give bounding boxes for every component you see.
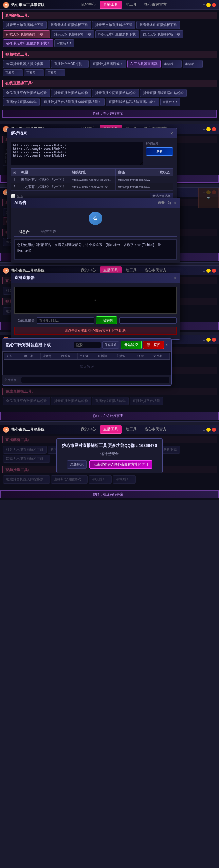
title-bar-controls-4: ≡ bbox=[203, 269, 216, 273]
btn-review-6[interactable]: 审核后！！ bbox=[45, 69, 65, 76]
stream-alt-input[interactable] bbox=[119, 317, 177, 324]
btn-xg-download[interactable]: 西瓜无水印直播解析下载 bbox=[140, 30, 183, 38]
btn-dy-download-2[interactable]: 抖音无水印直播解析下载 bbox=[48, 21, 91, 29]
ai-dialog-close[interactable]: × bbox=[174, 200, 177, 206]
btn-stop-monitor[interactable]: 停止监控 bbox=[143, 341, 164, 349]
close-button-6[interactable] bbox=[212, 428, 216, 432]
btn-review-7[interactable]: 审核后！！ bbox=[160, 98, 180, 106]
minimize-button[interactable] bbox=[206, 3, 211, 7]
btn-live-replay[interactable]: 直播带货回播游戏！ bbox=[90, 60, 126, 68]
btn-uninstall[interactable]: 卸载无水印直播解析下载！ bbox=[3, 30, 50, 38]
modal-stream: 直播直播器 × ■ 当前直播器 一键转到 请点击此处指助热心市民官方社区功助助! bbox=[11, 273, 208, 340]
btn-quanmin-fans[interactable]: 全民直播平台数据粘贴粉数 bbox=[3, 89, 50, 97]
btn-one-click[interactable]: 一键转到 bbox=[96, 316, 117, 324]
btn-live-reward[interactable]: 直播带货MOD打赏！ bbox=[51, 60, 89, 68]
dm-col-room: 直播间 bbox=[96, 353, 114, 359]
menu-icon-4[interactable]: ≡ bbox=[203, 269, 205, 273]
nav-other-tools[interactable]: 地工具 bbox=[122, 1, 140, 9]
th-id: id bbox=[11, 169, 19, 176]
close-button-4[interactable] bbox=[212, 269, 216, 273]
download-dialog-close[interactable]: × bbox=[165, 342, 168, 348]
dm-col-username: 用户名 bbox=[22, 353, 41, 359]
td-link-1: https://v.douyin.com/iAkdoY5/c... bbox=[70, 176, 115, 183]
close-button-2[interactable] bbox=[212, 127, 216, 131]
btn-dt-download-1[interactable]: 抖头无水印直播解析下载 bbox=[51, 30, 94, 38]
main-content-4: 直播解析工具: 抖音无水印直播解析下载 抖音无水印直播解析下载 抖音无水印直播解… bbox=[0, 275, 219, 321]
btn-live-trad[interactable]: 直播传统直播功能集 bbox=[3, 98, 40, 106]
section-live-download: 直播解析工具: 抖音无水印直播解析下载 抖音无水印直播解析下载 抖音无水印直播解… bbox=[2, 12, 217, 48]
btn-download-config[interactable]: 保存设置 bbox=[102, 341, 119, 349]
btn-alert-community[interactable]: 点击此处进入热心市民官方社区访问 bbox=[89, 460, 152, 469]
dm-col-id: 序号 bbox=[4, 353, 22, 359]
nav-live-tools[interactable]: 直播工具 bbox=[100, 1, 122, 9]
stream-dialog-close[interactable]: × bbox=[174, 275, 177, 281]
btn-dy-download-3[interactable]: 抖音无水印直播解析下载 bbox=[92, 21, 135, 29]
app-title: 热心市民工具箱装版 bbox=[11, 2, 45, 7]
ai-dialog: AI给告 通道告知 × ☯ 消息合并 语言召唤 您把使用的消耗配置 bbox=[11, 198, 180, 263]
btn-review-2[interactable]: 审核后！！ bbox=[162, 60, 182, 68]
minimize-button-4[interactable] bbox=[206, 269, 211, 273]
app-window-1: ★ 热心市民工具箱装版 我的中心 直播工具 地工具 热心市民官方 ≡ 直播解析工… bbox=[0, 0, 219, 121]
parse-input-area: https://v.douyin.com/iAkdoY5/ https://v.… bbox=[11, 142, 173, 165]
menu-icon[interactable]: ≡ bbox=[203, 3, 205, 7]
ai-tabs: 消息合并 语言召唤 bbox=[14, 228, 177, 237]
tab-language[interactable]: 语言召唤 bbox=[37, 228, 60, 236]
section-title-ops: 在线直播操工具: bbox=[2, 80, 217, 87]
main-content-2: 直播解析工具: 抖音无水印直播解析下载https://v.douyin.com/… bbox=[0, 134, 219, 173]
parse-hint: 解析结果 bbox=[146, 142, 173, 146]
th-direct: 直链 bbox=[115, 169, 154, 176]
minimize-button-6[interactable] bbox=[206, 428, 211, 432]
btn-dy-space[interactable]: 抖音直播空间数据粘贴粉粉 bbox=[92, 89, 139, 97]
section-title-live: 直播解析工具: bbox=[2, 12, 217, 19]
section-live-ops: 在线直播操工具: 全民直播平台数据粘贴粉数 抖音直播数据粘贴粉粉 抖音直播空间数… bbox=[2, 80, 217, 107]
close-button[interactable] bbox=[212, 3, 216, 7]
btn-review-3[interactable]: 审核后！！ bbox=[183, 60, 203, 68]
nav-my-center[interactable]: 我的中心 bbox=[77, 1, 99, 9]
btn-live-cargo[interactable]: 直播带货平台功能直播功能直播功能！ bbox=[41, 98, 105, 106]
main-content-1: 直播解析工具: 抖音无水印直播解析下载 抖音无水印直播解析下载 抖音无水印直播解… bbox=[0, 10, 219, 121]
btn-dy-download-1[interactable]: 抖音无水印直播解析下载 bbox=[3, 21, 47, 29]
parse-dialog-close[interactable]: × bbox=[170, 131, 173, 136]
btn-start-monitor[interactable]: 开始监控 bbox=[121, 341, 142, 349]
dm-path-label: 文件路径： bbox=[4, 378, 20, 382]
ai-subtitle: 通道告知 bbox=[158, 201, 171, 205]
btn-dy-fans[interactable]: 抖音直播数据粘贴粉粉 bbox=[51, 89, 91, 97]
td-id-1: 1 bbox=[11, 176, 19, 183]
parse-dialog-header: 解析结果 × bbox=[7, 128, 177, 138]
nav-other-tools-6[interactable]: 地工具 bbox=[122, 425, 140, 434]
nav-community-6[interactable]: 热心市民官方 bbox=[141, 425, 170, 434]
dm-path-input[interactable] bbox=[21, 377, 169, 383]
btn-review-5[interactable]: 审核后！！ bbox=[24, 69, 44, 76]
nav-live-tools-6[interactable]: 直播工具 bbox=[100, 425, 122, 434]
app-logo-4: ★ bbox=[3, 268, 9, 274]
dm-col-downloaded: 已下载 bbox=[133, 353, 151, 359]
btn-dt-download-2[interactable]: 抖头无水印直播解析下载 bbox=[95, 30, 139, 38]
dm-empty-state: 暂无数据 bbox=[4, 360, 170, 373]
td-status-2 bbox=[154, 183, 173, 191]
parse-table-body: 1 来自还有共和我和生活一下！ https://v.douyin.com/iAk… bbox=[11, 176, 173, 191]
parse-controls: 解析结果 解析 bbox=[146, 142, 173, 165]
nav-my-center-6[interactable]: 我的中心 bbox=[77, 425, 99, 434]
btn-live-test[interactable]: 直播测试粘粘和功能直播功能！ bbox=[106, 98, 159, 106]
download-search-input[interactable] bbox=[74, 342, 101, 348]
btn-review-1[interactable]: 审核后！！ bbox=[54, 39, 74, 47]
btn-review-4[interactable]: 审核后！！ bbox=[3, 69, 23, 76]
btn-mile-download[interactable]: 秘乐带无水印直播解析下载！ bbox=[3, 39, 53, 47]
nav-community[interactable]: 热心市民官方 bbox=[141, 1, 170, 9]
menu-icon-6[interactable]: ≡ bbox=[203, 428, 205, 432]
stream-url-input[interactable] bbox=[37, 317, 94, 324]
btn-dy-test[interactable]: 抖音直播测试数据粘贴粉粉 bbox=[140, 89, 187, 97]
btn-robot-steps[interactable]: 检索抖音机器人操控步骤！ bbox=[3, 60, 50, 68]
app-title-6: 热心市民工具箱装版 bbox=[11, 427, 45, 432]
tab-merge[interactable]: 消息合并 bbox=[14, 228, 37, 236]
btn-dy-download-4[interactable]: 抖音无水印直播解析下载 bbox=[136, 21, 180, 29]
btn-grid-ops: 全民直播平台数据粘贴粉数 抖音直播数据粘贴粉粉 抖音直播空间数据粘贴粉粉 抖音直… bbox=[2, 88, 217, 107]
btn-alert-warmtip[interactable]: 温馨提示 bbox=[67, 460, 87, 469]
dm-col-filename: 文件名 bbox=[151, 353, 170, 359]
download-dialog-title: 热心市民对抖音直播下载 bbox=[6, 342, 51, 348]
parse-input-textarea[interactable]: https://v.douyin.com/iAkdoY5/ https://v.… bbox=[11, 142, 143, 165]
td-direct-2: https://api.tmmdi.com www bbox=[115, 183, 154, 191]
btn-ai-live[interactable]: AI工作机器直播器 bbox=[127, 60, 160, 68]
dm-no-data: 暂无数据 bbox=[80, 364, 94, 369]
btn-parse[interactable]: 解析 bbox=[146, 147, 173, 156]
